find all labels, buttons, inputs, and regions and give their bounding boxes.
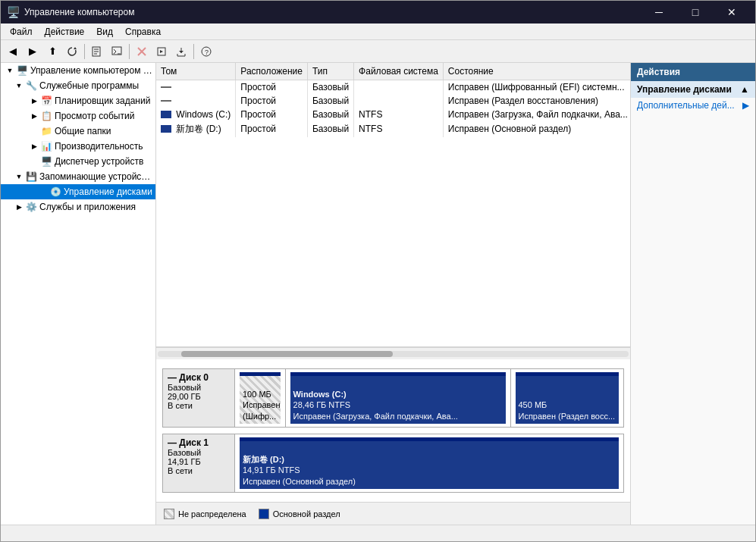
refresh-button[interactable] [63, 42, 81, 61]
legend-box-unallocated [164, 509, 174, 519]
actions-more-arrow: ▶ [742, 100, 749, 111]
disk-0-part-windows[interactable]: Windows (C:) 28,46 ГБ NTFS Исправен (Заг… [286, 369, 511, 427]
sidebar-item-utilities[interactable]: ▼ 🔧 Служебные программы [1, 78, 155, 93]
services-icon: ⚙️ [25, 201, 37, 213]
part-blue-d: 新加卷 (D:) 14,91 ГБ NTFS Исправен (Основно… [240, 441, 619, 489]
cell-rasp: Простой [236, 121, 308, 137]
forward-button[interactable]: ▶ [24, 42, 42, 61]
utilities-icon: 🔧 [25, 80, 37, 92]
menu-help[interactable]: Справка [119, 23, 167, 40]
cell-tom: Windows (C:) [156, 108, 236, 121]
col-rasp: Расположение [236, 63, 308, 80]
toolbar-separator-3 [193, 44, 194, 59]
disk-1-part-d[interactable]: 新加卷 (D:) 14,91 ГБ NTFS Исправен (Основно… [235, 434, 623, 492]
actions-more-label: Дополнительные дей... [637, 100, 735, 111]
actions-section-disk-mgmt[interactable]: Управление дисками ▲ [631, 81, 755, 98]
svg-marker-12 [179, 51, 184, 53]
sidebar-root[interactable]: ▼ 🖥️ Управление компьютером (л... [1, 63, 155, 78]
cell-tom [156, 94, 236, 108]
legend-primary: Основной раздел [259, 509, 340, 519]
cell-tom [156, 80, 236, 94]
actions-header: Действия [631, 63, 755, 81]
cell-status: Исправен (Раздел восстановления) [443, 94, 630, 108]
cell-tip: Базовый [307, 108, 353, 121]
disk-table-area[interactable]: Том Расположение Тип Файловая система Со… [156, 63, 630, 347]
title-bar-left: 🖥️ Управление компьютером [7, 6, 134, 18]
table-row[interactable]: 新加卷 (D:) Простой Базовый NTFS Исправен (… [156, 121, 630, 137]
disk-0-part-efi[interactable]: 100 МБ Исправен (Шифр... [235, 369, 286, 427]
delete-button[interactable] [133, 42, 151, 61]
menu-file[interactable]: Файл [4, 23, 39, 40]
cell-fs: NTFS [354, 108, 444, 121]
events-expander: ▶ [28, 110, 40, 122]
legend-box-primary [259, 509, 269, 519]
export-button[interactable] [172, 42, 190, 61]
console-button[interactable] [108, 42, 126, 61]
disk-1-size: 14,91 ГБ [168, 457, 230, 466]
diskmgmt-label: Управление дисками [64, 186, 152, 197]
disk-0-part-recovery[interactable]: 450 МБ Исправен (Раздел восс... [511, 369, 624, 427]
right-panel: Действия Управление дисками ▲ Дополнител… [630, 63, 755, 525]
sidebar-item-shared[interactable]: 📁 Общие папки [1, 124, 155, 139]
properties-button[interactable] [88, 42, 106, 61]
part-hatch-efi: 100 МБ Исправен (Шифр... [240, 376, 281, 424]
hscroll-track [158, 351, 629, 357]
cell-fs [354, 80, 444, 94]
legend-label-primary: Основной раздел [273, 509, 340, 519]
devmgr-label: Диспетчер устройств [55, 156, 143, 167]
col-tip: Тип [307, 63, 353, 80]
actions-header-label: Действия [637, 67, 680, 77]
export-icon [176, 46, 187, 57]
cell-tip: Базовый [307, 94, 353, 108]
disk-0-info: — Диск 0 Базовый 29,00 ГБ В сети [163, 369, 235, 427]
sidebar-item-scheduler[interactable]: ▶ 📅 Планировщик заданий [1, 93, 155, 108]
up-button[interactable]: ⬆ [43, 42, 61, 61]
disk-1-row: — Диск 1 Базовый 14,91 ГБ В сети [162, 434, 624, 493]
events-label: Просмотр событий [55, 111, 134, 121]
svg-marker-10 [160, 50, 163, 53]
computer-icon: 🖥️ [16, 64, 28, 77]
cell-tom: 新加卷 (D:) [156, 121, 236, 137]
cell-tip: Базовый [307, 121, 353, 137]
maximize-button[interactable]: □ [678, 1, 713, 23]
console-icon [111, 46, 122, 57]
disk-0-name: — Диск 0 [168, 372, 230, 383]
back-button[interactable]: ◀ [4, 42, 22, 61]
sidebar-item-storage[interactable]: ▼ 💾 Запоминающие устройств... [1, 169, 155, 184]
disk-0-status: В сети [168, 401, 230, 410]
disk-graphic-area: — Диск 0 Базовый 29,00 ГБ В сети [156, 359, 630, 502]
main-window: 🖥️ Управление компьютером ─ □ ✕ Файл Дей… [0, 0, 756, 542]
disk-1-name: — Диск 1 [168, 437, 230, 448]
properties-icon [92, 46, 102, 57]
sidebar-item-services[interactable]: ▶ ⚙️ Службы и приложения [1, 199, 155, 215]
menu-view[interactable]: Вид [90, 23, 119, 40]
help-button[interactable]: ? [197, 42, 215, 61]
part-blue-recovery: 450 МБ Исправен (Раздел восс... [516, 376, 620, 424]
root-expander: ▼ [4, 64, 16, 77]
import-icon [156, 46, 167, 57]
menu-action[interactable]: Действие [39, 23, 91, 40]
table-row[interactable]: Простой Базовый Исправен (Раздел восстан… [156, 94, 630, 108]
actions-more-item[interactable]: Дополнительные дей... ▶ [631, 98, 755, 113]
close-button[interactable]: ✕ [714, 1, 749, 23]
sidebar-item-events[interactable]: ▶ 📋 Просмотр событий [1, 108, 155, 124]
table-row[interactable]: Простой Базовый Исправен (Шифрованный (E… [156, 80, 630, 94]
minimize-button[interactable]: ─ [642, 1, 676, 23]
legend-bar: Не распределена Основной раздел [156, 502, 630, 525]
sidebar-item-diskmgmt[interactable]: 💿 Управление дисками [1, 184, 155, 199]
scheduler-icon: 📅 [40, 95, 52, 107]
col-status: Состояние [443, 63, 630, 80]
import-button[interactable] [152, 42, 171, 61]
table-row[interactable]: Windows (C:) Простой Базовый NTFS Исправ… [156, 108, 630, 121]
actions-section-arrow-up: ▲ [740, 84, 749, 95]
hscroll-area[interactable] [156, 347, 630, 359]
disk-1-partitions: 新加卷 (D:) 14,91 ГБ NTFS Исправен (Основно… [235, 434, 623, 492]
main-area: ▼ 🖥️ Управление компьютером (л... ▼ 🔧 Сл… [1, 63, 755, 525]
sidebar-item-devmgr[interactable]: 🖥️ Диспетчер устройств [1, 154, 155, 169]
storage-expander: ▼ [13, 171, 25, 183]
sidebar-item-perf[interactable]: ▶ 📊 Производительность [1, 139, 155, 154]
cell-rasp: Простой [236, 94, 308, 108]
sidebar-root-label: Управление компьютером (л... [30, 65, 152, 76]
disk-1-type: Базовый [168, 448, 230, 457]
storage-icon: 💾 [25, 171, 37, 183]
